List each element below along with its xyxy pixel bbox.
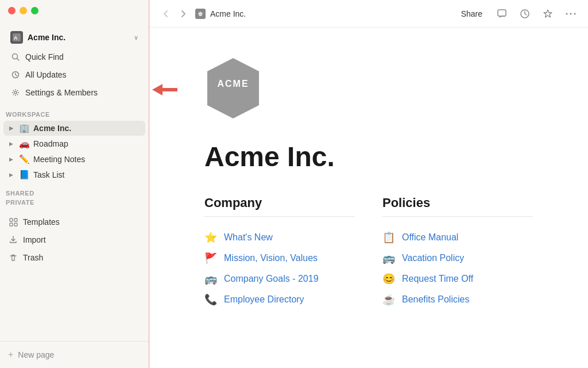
meeting-notes-emoji-icon: ✏️ [18, 154, 30, 164]
sidebar-item-quick-find[interactable]: Quick Find [6, 48, 143, 66]
new-page-label: New page [18, 350, 54, 359]
task-list-label: Task List [33, 170, 64, 179]
vacation-policy-link[interactable]: 🚌 Vacation Policy [382, 248, 533, 269]
sidebar-item-task-list[interactable]: ▶ 📘 Task List [3, 167, 145, 182]
forward-button[interactable] [177, 7, 191, 21]
back-button[interactable] [158, 7, 172, 21]
whats-new-link[interactable]: ⭐ What's New [204, 227, 355, 248]
company-goals-text: Company Goals - 2019 [224, 274, 319, 284]
plus-icon: + [8, 350, 13, 360]
page-logo: ACME [204, 55, 533, 124]
private-section-label: PRIVATE [6, 198, 143, 207]
svg-marker-13 [198, 12, 203, 16]
task-list-emoji-icon: 📘 [18, 170, 30, 180]
sidebar-item-settings[interactable]: Settings & Members [6, 84, 143, 101]
maximize-button[interactable] [31, 7, 38, 14]
tree-arrow-icon: ▶ [7, 171, 15, 179]
content-grid: Company ⭐ What's New 🚩 Mission, Vision, … [204, 195, 533, 310]
trash-label: Trash [23, 253, 43, 262]
office-manual-link[interactable]: 📋 Office Manual [382, 227, 533, 248]
benefits-policies-emoji-icon: ☕ [382, 293, 396, 306]
tree-arrow-icon: ▶ [7, 124, 15, 132]
gear-icon [10, 87, 21, 98]
import-icon [8, 235, 18, 245]
company-goals-emoji-icon: 🚌 [204, 273, 218, 285]
company-heading: Company [204, 195, 355, 217]
sidebar-item-trash[interactable]: Trash [3, 249, 145, 266]
svg-point-18 [574, 13, 576, 14]
tree-arrow-icon: ▶ [7, 155, 15, 163]
svg-rect-11 [10, 223, 13, 226]
quick-find-label: Quick Find [25, 52, 64, 62]
history-icon-button[interactable] [517, 6, 533, 22]
workspace-section-label: WORKSPACE [0, 105, 149, 120]
policies-heading: Policies [382, 195, 533, 217]
vacation-policy-text: Vacation Policy [402, 253, 464, 263]
svg-point-16 [566, 13, 568, 14]
sidebar-item-acme-inc[interactable]: ▶ 🏢 Acme Inc. [3, 121, 145, 136]
close-button[interactable] [8, 7, 16, 14]
mission-link[interactable]: 🚩 Mission, Vision, Values [204, 248, 355, 269]
mission-emoji-icon: 🚩 [204, 252, 218, 264]
sidebar-footer: + New page [0, 341, 149, 368]
workspace-chevron-icon: ∨ [134, 34, 138, 41]
breadcrumb: Acme Inc. [210, 9, 246, 18]
new-page-button[interactable]: + New page [3, 346, 145, 363]
svg-rect-9 [10, 218, 13, 221]
search-icon [10, 52, 21, 62]
templates-label: Templates [23, 217, 60, 227]
clock-icon [10, 70, 21, 80]
svg-marker-8 [152, 84, 177, 95]
employee-directory-text: Employee Directory [224, 294, 304, 305]
sidebar-item-all-updates[interactable]: All Updates [6, 66, 143, 83]
favorite-icon-button[interactable] [540, 6, 556, 22]
benefits-policies-text: Benefits Policies [402, 294, 469, 305]
whats-new-text: What's New [224, 232, 273, 243]
vacation-policy-emoji-icon: 🚌 [382, 252, 396, 264]
benefits-policies-link[interactable]: ☕ Benefits Policies [382, 289, 533, 310]
svg-rect-14 [498, 10, 506, 16]
sidebar-item-import[interactable]: Import [3, 231, 145, 248]
svg-text:A: A [14, 35, 18, 41]
sidebar: A Acme Inc. ∨ Quick Find [0, 0, 149, 368]
workspace-header[interactable]: A Acme Inc. ∨ [6, 28, 143, 47]
traffic-lights [8, 7, 38, 14]
shared-section-label: SHARED [6, 187, 143, 198]
roadmap-label: Roadmap [33, 139, 68, 148]
employee-directory-link[interactable]: 📞 Employee Directory [204, 289, 355, 310]
request-time-off-text: Request Time Off [402, 274, 473, 284]
comment-icon-button[interactable] [494, 6, 510, 22]
svg-line-6 [16, 75, 17, 76]
sidebar-item-templates[interactable]: Templates [3, 213, 145, 231]
svg-rect-10 [14, 218, 17, 221]
all-updates-label: All Updates [25, 70, 67, 79]
roadmap-emoji-icon: 🚗 [18, 139, 30, 149]
company-column: Company ⭐ What's New 🚩 Mission, Vision, … [204, 195, 355, 310]
minimize-button[interactable] [20, 7, 27, 14]
workspace-tree: ▶ 🏢 Acme Inc. ▶ 🚗 Roadmap ▶ ✏️ Meeting N… [0, 120, 149, 183]
share-button[interactable]: Share [457, 7, 487, 21]
sidebar-item-roadmap[interactable]: ▶ 🚗 Roadmap [3, 136, 145, 151]
import-label: Import [23, 235, 46, 244]
whats-new-emoji-icon: ⭐ [204, 231, 218, 244]
mission-text: Mission, Vision, Values [224, 253, 318, 263]
workspace-icon: A [10, 31, 23, 44]
settings-label: Settings & Members [25, 88, 98, 97]
svg-point-7 [14, 91, 17, 94]
employee-directory-emoji-icon: 📞 [204, 293, 218, 306]
tree-arrow-icon: ▶ [7, 140, 15, 148]
company-goals-link[interactable]: 🚌 Company Goals - 2019 [204, 269, 355, 289]
main-area: Acme Inc. Share [149, 0, 588, 368]
more-options-button[interactable] [563, 6, 579, 22]
svg-text:ACME: ACME [217, 79, 249, 89]
policies-column: Policies 📋 Office Manual 🚌 Vacation Poli… [382, 195, 533, 310]
meeting-notes-label: Meeting Notes [33, 155, 85, 164]
sidebar-item-meeting-notes[interactable]: ▶ ✏️ Meeting Notes [3, 152, 145, 167]
templates-icon [8, 217, 18, 227]
acme-emoji-icon: 🏢 [18, 123, 30, 133]
svg-line-3 [17, 59, 20, 61]
request-time-off-link[interactable]: 😊 Request Time Off [382, 269, 533, 289]
svg-point-17 [570, 13, 572, 14]
office-manual-emoji-icon: 📋 [382, 231, 396, 244]
acme-label: Acme Inc. [33, 124, 71, 133]
